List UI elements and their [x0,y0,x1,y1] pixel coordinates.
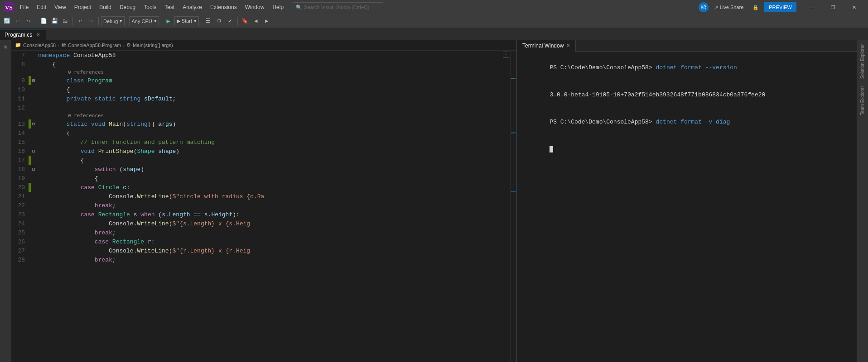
menu-analyze[interactable]: Analyze [179,2,206,12]
term-output-1: 3.0.0-beta4-19105-10+70a2f514eb3932648f7… [550,91,765,98]
menu-extensions[interactable]: Extensions [207,2,241,12]
term-prompt-2: PS C:\Code\Demo\ConsoleApp58> [550,119,652,125]
vs-logo-icon: VS [4,2,14,12]
toolbar-save-all[interactable]: 🗂 [60,16,70,26]
live-share-button[interactable]: ↗ Live Share [710,2,747,12]
code-line-17: 17 { [11,156,516,165]
toolbar-nav1[interactable]: ◀ [251,16,261,26]
menu-view[interactable]: View [51,2,70,12]
toolbar-redo[interactable]: ↪ [86,16,96,26]
breadcrumb-icon: 📁 [15,42,21,48]
team-explorer-tab[interactable]: Team Explorer [859,83,866,118]
breadcrumb-class[interactable]: ConsoleApp58.Program [68,43,121,48]
scroll-marker-1 [511,78,516,79]
maximize-button[interactable]: ❐ [823,0,844,14]
code-line-26: 26 case Rectangle r: [11,237,516,246]
terminal-line-2: 3.0.0-beta4-19105-10+70a2f514eb3932648f7… [521,81,852,109]
breadcrumb-icon3: ⚙ [126,42,131,48]
solution-explorer-tab[interactable]: Solution Explorer [859,42,866,81]
code-line-18: 18 ⊟ switch (shape) [11,165,516,174]
toolbar-open[interactable]: ↩ [13,16,23,26]
toolbar-add[interactable]: 📄 [39,16,48,26]
menu-project[interactable]: Project [71,2,95,12]
activity-expand-icon[interactable]: ⊞ [1,42,11,52]
code-line-25: 25 break; [11,228,516,237]
sep4 [237,17,238,25]
terminal-cursor [550,146,553,152]
tab-close-button[interactable]: ✕ [35,32,41,38]
terminal-panel: Terminal Window ✕ PS C:\Code\Demo\Consol… [517,40,857,362]
code-line-23: 23 case Rectangle s when (s.Length == s.… [11,210,516,219]
search-bar[interactable]: 🔍 Search Visual Studio (Ctrl+Q) [293,2,383,12]
menu-file[interactable]: File [16,2,32,12]
window-controls: — ❐ ✕ [802,0,864,14]
code-line-20: 20 case Circle c: [11,183,516,192]
extensions-button[interactable]: 🔒 [749,2,762,12]
svg-text:VS: VS [5,4,13,11]
debug-config-dropdown[interactable]: Debug ▾ [101,16,125,26]
code-line-8: 8 { [11,60,516,69]
scroll-marker-3 [511,191,516,192]
editor-tab-program-cs[interactable]: Program.cs ✕ [0,29,46,40]
menu-debug[interactable]: Debug [116,2,139,12]
breadcrumb-bar: 📁 ConsoleApp58 › 🏛 ConsoleApp58.Program … [11,40,516,51]
main-area: ⊞ 📁 ConsoleApp58 › 🏛 ConsoleApp58.Progra… [0,40,868,362]
scroll-indicator[interactable] [510,51,516,362]
code-line-9: 9 ⊟ class Program [11,76,516,85]
toolbar-save2[interactable]: 💾 [49,16,59,26]
sep2 [72,17,73,25]
code-line-12: 12 [11,103,516,112]
menu-help[interactable]: Help [269,2,287,12]
user-avatar[interactable]: KR [699,2,709,12]
code-hint-9: 0 references [11,69,516,76]
code-line-16: 16 ⊟ void PrintShape(Shape shape) [11,147,516,156]
code-line-13: 13 ⊟ static void Main(string[] args) [11,119,516,129]
menu-window[interactable]: Window [241,2,268,12]
terminal-tab[interactable]: Terminal Window ✕ [517,40,576,52]
toolbar-more2[interactable]: ⊞ [214,16,224,26]
expand-icon[interactable]: + [503,52,509,58]
toolbar: 🔃 ↩ ↪ 📄 💾 🗂 ↩ ↪ Debug ▾ Any CPU ▾ ▶ ▶ St… [0,14,868,28]
menu-tools[interactable]: Tools [140,2,160,12]
term-prompt-1: PS C:\Code\Demo\ConsoleApp58> [550,64,652,71]
tab-filename: Program.cs [5,32,32,38]
start-dropdown[interactable]: ▶ Start ▾ [174,16,199,26]
terminal-line-1: PS C:\Code\Demo\ConsoleApp58> dotnet for… [521,54,852,81]
menu-build[interactable]: Build [96,2,115,12]
toolbar-bookmark[interactable]: 🔖 [240,16,250,26]
tab-row: Program.cs ✕ [0,28,868,40]
terminal-close-icon[interactable]: ✕ [566,43,570,48]
code-line-21: 21 Console.WriteLine($"circle with radiu… [11,192,516,201]
toolbar-save[interactable]: ↪ [24,16,34,26]
code-line-28: 28 break; [11,255,516,264]
breadcrumb-method[interactable]: Main(string[] args) [133,43,173,48]
code-line-27: 27 Console.WriteLine($"{r.Length} x {r.H… [11,246,516,255]
code-line-11: 11 private static string sDefault; [11,94,516,103]
code-editor: + 7 namespace ConsoleApp58 8 { [11,51,516,362]
terminal-cursor-line [521,136,852,163]
terminal-content[interactable]: PS C:\Code\Demo\ConsoleApp58> dotnet for… [517,52,857,362]
platform-dropdown[interactable]: Any CPU ▾ [129,16,159,26]
toolbar-new-project[interactable]: 🔃 [2,16,12,26]
close-button[interactable]: ✕ [844,0,864,14]
toolbar-nav2[interactable]: ▶ [262,16,272,26]
term-cmd-1: dotnet format --version [652,64,737,71]
code-line-19: 19 { [11,174,516,183]
expand-area: + [503,52,509,58]
code-line-22: 22 break; [11,201,516,210]
right-bar: Solution Explorer Team Explorer [857,40,868,362]
title-bar-left: VS File Edit View Project Build Debug To… [4,2,699,12]
code-line-7: 7 namespace ConsoleApp58 [11,51,516,60]
minimize-button[interactable]: — [802,0,823,14]
breadcrumb-project[interactable]: ConsoleApp58 [23,43,56,48]
terminal-tab-label: Terminal Window [522,43,564,49]
toolbar-undo[interactable]: ↩ [75,16,85,26]
toolbar-more3[interactable]: ✔ [225,16,235,26]
toolbar-more1[interactable]: ☰ [203,16,213,26]
menu-test[interactable]: Test [161,2,178,12]
activity-bar: ⊞ [0,40,11,362]
preview-button[interactable]: PREVIEW [764,2,796,12]
code-line-15: 15 // Inner function and pattern matchin… [11,138,516,147]
breadcrumb-icon2: 🏛 [61,43,66,48]
menu-edit[interactable]: Edit [33,2,50,12]
